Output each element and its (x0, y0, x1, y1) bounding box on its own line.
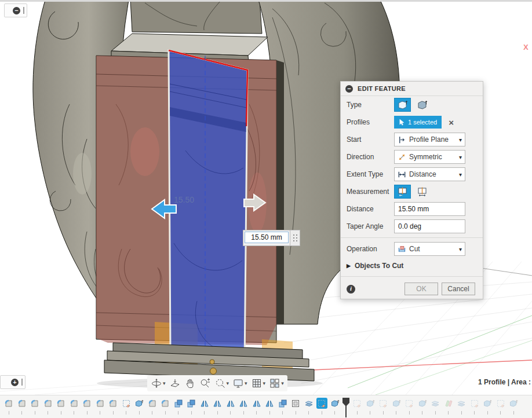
timeline-mirror-feature[interactable] (264, 398, 275, 409)
selection-status: 1 Profile | Area : (478, 378, 531, 386)
timeline-tick (500, 411, 501, 415)
timeline-mirror-feature[interactable] (199, 398, 210, 409)
collapsed-panel-toggle-top[interactable]: − (4, 3, 27, 17)
timeline-sketch-feature[interactable] (121, 398, 132, 409)
timeline-mirror-feature[interactable] (251, 398, 262, 409)
timeline-fillet-feature[interactable] (30, 398, 41, 409)
type-row: Type (341, 96, 483, 113)
timeline-fillet-feature[interactable] (94, 398, 105, 409)
grid-button[interactable]: ▾ (250, 376, 267, 391)
timeline-tick (474, 411, 475, 415)
pan-button[interactable] (183, 376, 197, 391)
profiles-selected-button[interactable]: 1 selected (394, 116, 442, 129)
collapse-minus-icon[interactable]: − (13, 7, 20, 14)
extrude-preview-region[interactable] (169, 50, 247, 365)
drag-handle[interactable] (290, 230, 300, 246)
timeline-tick (21, 411, 22, 415)
timeline-combine-feature[interactable] (186, 398, 197, 409)
timeline-combine-feature[interactable] (173, 398, 184, 409)
timeline-fillet-feature[interactable] (147, 398, 158, 409)
orbit-button[interactable]: ▾ (150, 376, 167, 391)
timeline-extrude-feature[interactable] (508, 398, 519, 409)
chevron-down-icon[interactable]: ▾ (163, 380, 166, 386)
panel-grip[interactable] (23, 7, 24, 14)
chevron-down-icon[interactable]: ▾ (227, 380, 229, 386)
measurement-whole-button[interactable] (414, 185, 431, 199)
timeline-rect-pattern-feature[interactable] (290, 398, 301, 409)
timeline-extrude-feature[interactable] (134, 398, 145, 409)
extent-type-dropdown[interactable]: Distance ▾ (394, 167, 465, 181)
extrude-thin-button[interactable] (414, 98, 431, 112)
look-at-button[interactable] (168, 376, 182, 391)
timeline-fillet-feature[interactable] (160, 398, 171, 409)
timeline-mirror-feature[interactable] (212, 398, 223, 409)
timeline-split-feature[interactable] (430, 398, 441, 409)
display-settings-button[interactable]: ▾ (231, 376, 249, 391)
chevron-down-icon[interactable]: ▾ (263, 380, 266, 386)
extrude-solid-button[interactable] (394, 98, 411, 112)
objects-to-cut-row[interactable]: ▶ Objects To Cut (341, 258, 483, 274)
timeline-tick (334, 411, 335, 415)
chevron-down-icon[interactable]: ▾ (281, 380, 284, 386)
timeline-slot (303, 398, 316, 415)
clear-selection-icon[interactable]: × (449, 118, 454, 127)
info-icon[interactable]: i (347, 285, 355, 294)
timeline-sketch-feature[interactable] (378, 398, 389, 409)
timeline-slot (28, 398, 42, 415)
collapse-minus-icon[interactable]: − (345, 85, 353, 93)
timeline-slot (159, 398, 172, 415)
timeline-playhead[interactable] (342, 398, 350, 417)
start-dropdown[interactable]: Profile Plane ▾ (394, 133, 465, 146)
timeline-fillet-feature[interactable] (68, 398, 79, 409)
timeline-slot (172, 398, 185, 415)
timeline-slot (250, 398, 264, 415)
collapsed-panel-toggle-bottom[interactable]: + (0, 375, 25, 389)
panel-grip[interactable] (21, 379, 23, 386)
distance-manipulator-input[interactable] (245, 232, 289, 243)
timeline-split-feature[interactable] (456, 398, 467, 409)
viewports-button[interactable]: ▾ (268, 376, 285, 391)
timeline-fillet-feature[interactable] (16, 398, 27, 409)
timeline-slot (351, 398, 364, 415)
disclosure-triangle-icon[interactable]: ▶ (347, 263, 351, 269)
timeline-fillet-feature[interactable] (108, 398, 119, 409)
objects-to-cut-label: Objects To Cut (355, 262, 403, 270)
taper-angle-input[interactable] (394, 219, 465, 233)
timeline-sketch-feature[interactable] (404, 398, 415, 409)
timeline-fillet-feature[interactable] (42, 398, 53, 409)
timeline-sketch-feature[interactable] (469, 398, 480, 409)
cancel-button[interactable]: Cancel (442, 283, 475, 295)
x-axis-line (313, 360, 532, 370)
timeline-sketch-feature[interactable] (316, 398, 327, 409)
timeline-slot (198, 398, 212, 415)
timeline-combine-feature[interactable] (277, 398, 288, 409)
direction-dropdown[interactable]: Symmetric ▾ (394, 150, 465, 164)
timeline-tick (191, 411, 192, 415)
timeline-sketch-feature[interactable] (352, 398, 363, 409)
timeline-mirror-feature[interactable] (238, 398, 249, 409)
timeline-split-feature[interactable] (303, 398, 314, 409)
timeline-fillet-feature[interactable] (82, 398, 93, 409)
timeline-extrude-feature[interactable] (365, 398, 376, 409)
timeline-extrude-feature[interactable] (329, 398, 340, 409)
fit-button[interactable]: ▾ (213, 376, 231, 391)
timeline-extrude-feature[interactable] (391, 398, 402, 409)
timeline-mirror-feature[interactable] (225, 398, 236, 409)
dialog-header[interactable]: − EDIT FEATURE (341, 82, 483, 96)
chevron-down-icon[interactable]: ▾ (245, 380, 247, 386)
distance-input[interactable] (394, 202, 465, 216)
operation-dropdown[interactable]: Cut ▾ (394, 242, 465, 256)
timeline-extrude-feature[interactable] (417, 398, 428, 409)
timeline-tick (217, 411, 218, 415)
timeline-slot (416, 398, 429, 415)
expand-plus-icon[interactable]: + (11, 379, 19, 386)
timeline-sketch-feature[interactable] (495, 398, 506, 409)
timeline-fillet-feature[interactable] (3, 398, 14, 409)
timeline-extrude-feature[interactable] (482, 398, 493, 409)
timeline-fillet-feature[interactable] (56, 398, 67, 409)
measurement-half-button[interactable] (394, 185, 411, 199)
ok-button[interactable]: OK (405, 283, 438, 295)
start-row: Start Profile Plane ▾ (341, 131, 483, 148)
zoom-button[interactable] (198, 376, 212, 391)
timeline-planes-feature[interactable] (443, 398, 454, 409)
